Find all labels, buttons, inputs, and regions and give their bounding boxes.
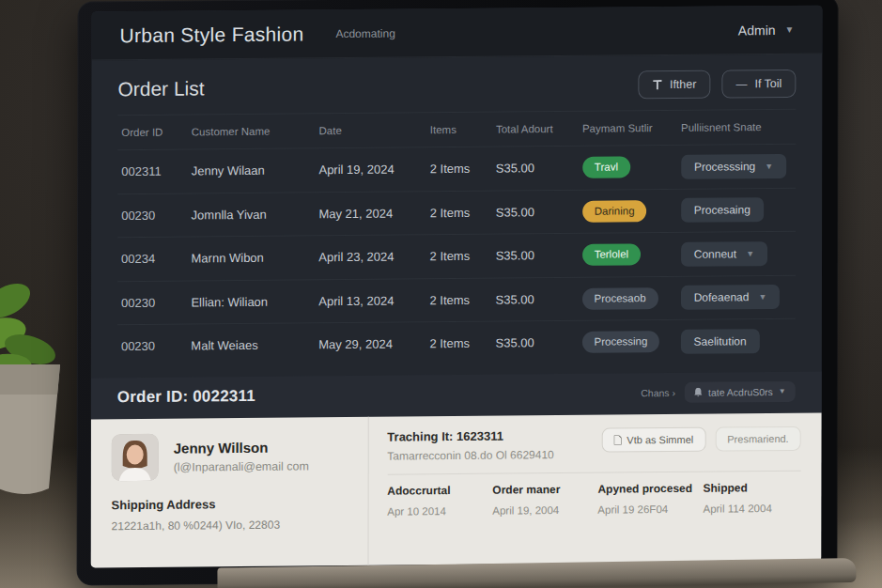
table-row[interactable]: 00230 Ellian: Wiliaon April 13, 2024 2 I… (117, 274, 796, 324)
timeline-step-date: Apr 10 2014 (387, 504, 485, 517)
fulfillment-dropdown[interactable]: Dofeaenad▼ (681, 285, 781, 310)
fulfillment-dropdown[interactable]: Conneut▼ (681, 241, 767, 267)
chevron-down-icon: ▼ (785, 24, 795, 35)
filter-button[interactable]: Ifther (638, 70, 711, 100)
filter-icon (652, 80, 662, 90)
customer-email: (l@Inparanali@email com (174, 459, 309, 473)
fulfillment-label: Procesaing (694, 204, 750, 218)
date-cell: April 13, 2024 (318, 293, 429, 308)
laptop: Urban Style Fashion Acdomating Admin ▼ O… (76, 0, 838, 586)
order-id-cell: 00234 (121, 252, 191, 267)
app-header: Urban Style Fashion Acdomating Admin ▼ (91, 6, 822, 61)
table-row[interactable]: 002311 Jenny Wilaan April 19, 2024 2 Ite… (117, 144, 796, 193)
payment-status-badge: Darining (582, 200, 647, 222)
payment-status-badge: Procesaob (582, 287, 658, 309)
chevron-down-icon: ▼ (758, 292, 766, 302)
timeline-step: Apyned procesed April 19 26F04 (597, 481, 695, 515)
order-id-cell: 002311 (121, 164, 191, 179)
secondary-action-label: Presmariend. (727, 432, 788, 444)
customer-cell: Jenny Wilaan (192, 163, 319, 178)
order-detail-card: Jenny Willson (l@Inparanali@email com Sh… (91, 412, 822, 567)
fulfillment-label: Dofeaenad (694, 291, 750, 305)
fulfillment-label: Saelitution (694, 334, 747, 348)
timeline-step: Adoccrurtal Apr 10 2014 (387, 483, 485, 517)
nav-subtitle[interactable]: Acdomating (335, 26, 395, 40)
timeline-step-date: April 114 2004 (703, 502, 800, 514)
table-row[interactable]: 00230 Malt Weiaes May 29, 2024 2 Items S… (117, 318, 796, 368)
column-header[interactable]: Total Adourt (496, 123, 582, 135)
page-title: Order List (117, 77, 204, 101)
table-row[interactable]: 00234 Marnn Wibon April 23, 2024 2 Items… (117, 231, 796, 281)
customer-cell: Jomnlla Yivan (192, 207, 319, 222)
tracking-id: Traching It: 1623311 (387, 428, 553, 444)
order-id-cell: 00230 (121, 208, 191, 223)
date-cell: May 21, 2024 (318, 206, 429, 221)
filter-button-label: Ifther (670, 78, 697, 91)
order-timeline: Adoccrurtal Apr 10 2014 Order maner Apri… (387, 480, 800, 517)
screen: Urban Style Fashion Acdomating Admin ▼ O… (91, 6, 823, 568)
export-button-label: If Toil (754, 77, 781, 90)
timeline-step: Shipped April 114 2004 (703, 480, 800, 514)
card-divider (387, 470, 800, 474)
detail-actions-label: tate AcdruS0rs (708, 386, 773, 398)
chevron-down-icon: ▼ (779, 387, 786, 395)
timeline-step: Order maner April 19, 2004 (492, 482, 590, 516)
fulfillment-dropdown[interactable]: Saelitution (681, 329, 760, 354)
total-cell: S35.00 (496, 161, 582, 176)
export-button[interactable]: — If Toil (721, 70, 796, 99)
minus-icon: — (735, 78, 747, 89)
items-cell: 2 Items (430, 162, 496, 177)
detail-actions-button[interactable]: tate AcdruS0rs ▼ (685, 380, 796, 402)
table-row[interactable]: 00230 Jomnlla Yivan May 21, 2024 2 Items… (117, 187, 796, 237)
order-detail-title: Order ID: 0022311 (117, 386, 255, 406)
column-header[interactable]: Order ID (121, 126, 191, 138)
document-icon (613, 435, 621, 444)
customer-panel: Jenny Willson (l@Inparanali@email com Sh… (91, 416, 369, 567)
orders-table: Order ID Customer Name Date Items Total … (117, 109, 796, 368)
timeline-step-label: Adoccrurtal (387, 483, 485, 497)
view-action-button[interactable]: Vtb as Simmel (601, 426, 705, 452)
detail-link-button[interactable]: Chans › (641, 386, 675, 397)
payment-status-badge: Processing (581, 332, 659, 353)
timeline-step-date: April 19, 2004 (492, 503, 590, 516)
customer-cell: Marnn Wibon (192, 251, 319, 266)
main-content: Order List Ifther — If Toil Order ID C (91, 70, 823, 568)
total-cell: S35.00 (496, 292, 582, 307)
total-cell: S35.00 (496, 205, 582, 220)
customer-cell: Malt Weiaes (191, 338, 318, 353)
admin-menu[interactable]: Admin ▼ (738, 22, 795, 38)
timeline-step-date: April 19 26F04 (597, 503, 695, 515)
order-id-cell: 00230 (121, 339, 191, 354)
order-detail-header: Order ID: 0022311 Chans › tate AcdruS0rs… (91, 371, 822, 419)
items-cell: 2 Items (429, 336, 495, 351)
chevron-down-icon: ▼ (765, 162, 773, 171)
timeline-step-label: Apyned procesed (597, 481, 695, 495)
column-header[interactable]: Items (430, 124, 496, 136)
date-cell: April 19, 2024 (318, 162, 429, 178)
fulfillment-dropdown[interactable]: Procesaing (681, 197, 764, 223)
shipping-address-value: 21221a1h, 80 %0244) VIo, 22803 (112, 518, 349, 533)
fulfillment-dropdown[interactable]: Processsing▼ (681, 154, 786, 179)
column-header[interactable]: Paymam Sutlir (582, 122, 681, 134)
date-cell: May 29, 2024 (318, 337, 429, 352)
payment-status-badge: Terlolel (582, 244, 641, 266)
secondary-action-button[interactable]: Presmariend. (715, 426, 800, 451)
tracking-panel: Traching It: 1623311 Tamarrecconin 08.do… (368, 412, 822, 566)
order-id-cell: 00230 (121, 295, 191, 310)
column-header[interactable]: Pulliisnent Snate (681, 121, 792, 133)
tracking-subtext: Tamarrecconin 08.do Ol 6629410 (387, 448, 553, 463)
chevron-down-icon: ▼ (746, 249, 754, 258)
customer-name: Jenny Willson (174, 439, 309, 456)
avatar (112, 433, 159, 480)
timeline-step-label: Order maner (492, 482, 590, 496)
total-cell: S35.00 (495, 335, 581, 350)
column-header[interactable]: Date (319, 124, 430, 136)
admin-label: Admin (738, 23, 776, 38)
payment-status-badge: Travl (582, 157, 630, 178)
items-cell: 2 Items (430, 249, 496, 264)
order-list-toolbar: Order List Ifther — If Toil (117, 70, 796, 103)
shipping-address-label: Shipping Address (112, 496, 349, 512)
bell-icon (694, 387, 703, 396)
view-action-label: Vtb as Simmel (627, 433, 693, 445)
column-header[interactable]: Customer Name (192, 125, 319, 137)
